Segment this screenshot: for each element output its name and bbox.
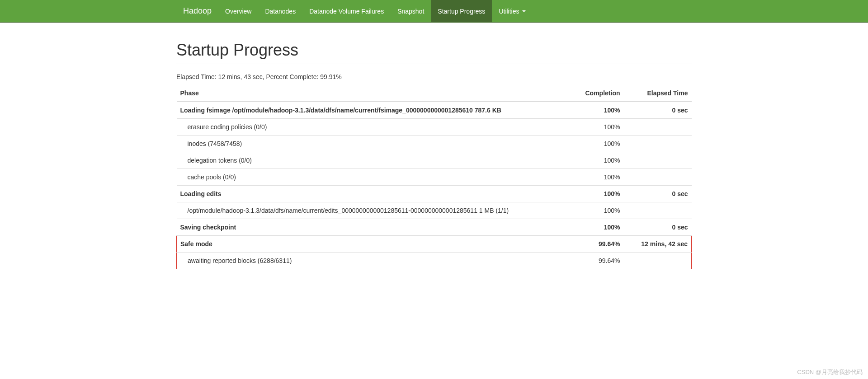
cell-phase: erasure coding policies (0/0)	[177, 119, 565, 136]
nav-item-datanodes[interactable]: Datanodes	[258, 0, 302, 22]
cell-phase: /opt/module/hadoop-3.1.3/data/dfs/name/c…	[177, 202, 565, 219]
cell-elapsed	[624, 152, 692, 169]
table-row: Safe mode99.64%12 mins, 42 sec	[177, 236, 692, 253]
navbar: Hadoop OverviewDatanodesDatanode Volume …	[0, 0, 868, 23]
cell-phase: awaiting reported blocks (6288/6311)	[177, 253, 565, 269]
cell-elapsed	[624, 169, 692, 186]
cell-elapsed: 12 mins, 42 sec	[624, 236, 692, 253]
cell-phase: cache pools (0/0)	[177, 169, 565, 186]
startup-progress-table: Phase Completion Elapsed Time Loading fs…	[176, 85, 692, 269]
cell-elapsed: 0 sec	[624, 102, 692, 119]
cell-phase: inodes (7458/7458)	[177, 136, 565, 152]
cell-elapsed: 0 sec	[624, 186, 692, 202]
table-row: delegation tokens (0/0)100%	[177, 152, 692, 169]
cell-completion: 100%	[565, 202, 624, 219]
cell-completion: 100%	[565, 219, 624, 236]
header-elapsed: Elapsed Time	[624, 85, 692, 102]
highlight-section: Safe mode99.64%12 mins, 42 secawaiting r…	[177, 236, 692, 269]
cell-phase: Safe mode	[177, 236, 565, 253]
nav-item-label: Datanode Volume Failures	[309, 8, 384, 15]
table-row: Loading fsimage /opt/module/hadoop-3.1.3…	[177, 102, 692, 119]
table-row: Loading edits100%0 sec	[177, 186, 692, 202]
cell-completion: 100%	[565, 186, 624, 202]
page-title: Startup Progress	[176, 41, 692, 60]
nav-item-overview[interactable]: Overview	[218, 0, 258, 22]
table-row: cache pools (0/0)100%	[177, 169, 692, 186]
cell-elapsed	[624, 253, 692, 269]
nav-item-label: Snapshot	[397, 8, 424, 15]
nav-item-label: Datanodes	[265, 8, 296, 15]
cell-phase: Loading edits	[177, 186, 565, 202]
nav-item-utilities[interactable]: Utilities	[492, 0, 532, 22]
cell-completion: 99.64%	[565, 236, 624, 253]
table-row: awaiting reported blocks (6288/6311)99.6…	[177, 253, 692, 269]
nav-item-snapshot[interactable]: Snapshot	[391, 0, 431, 22]
table-row: Saving checkpoint100%0 sec	[177, 219, 692, 236]
table-row: /opt/module/hadoop-3.1.3/data/dfs/name/c…	[177, 202, 692, 219]
cell-completion: 100%	[565, 169, 624, 186]
table-row: inodes (7458/7458)100%	[177, 136, 692, 152]
main-container: Startup Progress Elapsed Time: 12 mins, …	[170, 41, 698, 269]
nav-item-label: Startup Progress	[438, 8, 485, 15]
nav-item-startup-progress[interactable]: Startup Progress	[431, 0, 492, 22]
cell-phase: Loading fsimage /opt/module/hadoop-3.1.3…	[177, 102, 565, 119]
navbar-brand[interactable]: Hadoop	[176, 0, 218, 22]
cell-elapsed: 0 sec	[624, 219, 692, 236]
cell-completion: 100%	[565, 152, 624, 169]
cell-phase: delegation tokens (0/0)	[177, 152, 565, 169]
nav-item-label: Utilities	[499, 8, 519, 15]
cell-completion: 100%	[565, 136, 624, 152]
cell-completion: 100%	[565, 102, 624, 119]
cell-completion: 99.64%	[565, 253, 624, 269]
cell-phase: Saving checkpoint	[177, 219, 565, 236]
nav-item-datanode-volume-failures[interactable]: Datanode Volume Failures	[302, 0, 391, 22]
nav-list: OverviewDatanodesDatanode Volume Failure…	[218, 0, 532, 22]
page-header: Startup Progress	[176, 41, 692, 64]
summary-line: Elapsed Time: 12 mins, 43 sec, Percent C…	[176, 73, 692, 80]
cell-elapsed	[624, 119, 692, 136]
cell-elapsed	[624, 202, 692, 219]
header-completion: Completion	[565, 85, 624, 102]
table-body: Loading fsimage /opt/module/hadoop-3.1.3…	[177, 102, 692, 236]
cell-elapsed	[624, 136, 692, 152]
cell-completion: 100%	[565, 119, 624, 136]
table-row: erasure coding policies (0/0)100%	[177, 119, 692, 136]
nav-item-label: Overview	[225, 8, 251, 15]
chevron-down-icon	[522, 10, 526, 12]
header-phase: Phase	[177, 85, 565, 102]
